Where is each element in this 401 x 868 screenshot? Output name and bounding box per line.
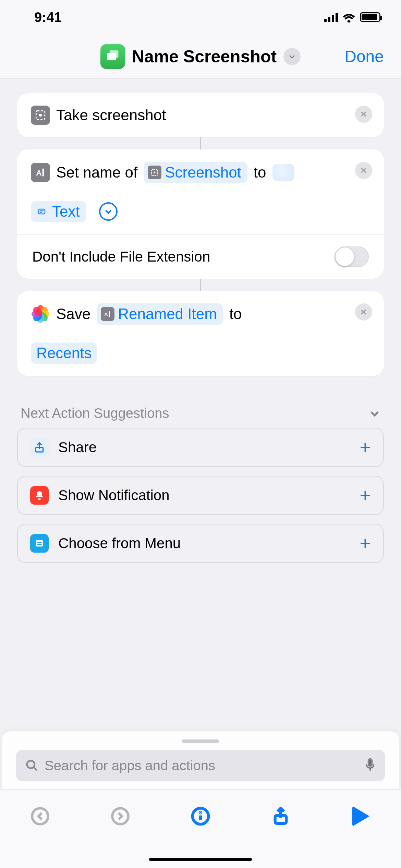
bell-icon [30,486,49,505]
variable-text[interactable]: Text [31,201,86,222]
action-search-panel[interactable]: Search for apps and actions [2,731,399,789]
svg-rect-10 [39,209,45,214]
status-bar: 9:41 [0,0,401,34]
done-button[interactable]: Done [344,47,384,66]
connector [200,137,201,149]
variable-screenshot[interactable]: Screenshot [144,162,247,183]
share-button[interactable] [267,803,294,830]
search-icon [25,759,38,772]
run-button[interactable] [347,803,375,830]
action-text-to: to [229,305,242,323]
svg-rect-16 [109,311,110,317]
redo-button[interactable] [107,803,134,830]
menu-icon [30,534,49,553]
action-text-prefix: Save [56,305,90,323]
expand-action-button[interactable] [99,202,118,221]
svg-rect-25 [368,759,372,766]
screenshot-token-icon [148,166,161,179]
shortcut-title[interactable]: Name Screenshot [132,47,277,67]
action-take-screenshot[interactable]: Take screenshot [17,93,384,137]
remove-action-button[interactable] [355,162,372,179]
svg-rect-7 [42,169,44,177]
search-field[interactable]: Search for apps and actions [16,750,385,781]
drag-handle[interactable] [182,739,219,743]
variable-label: Screenshot [165,164,241,181]
text-token-icon [35,205,49,218]
remove-action-button[interactable] [355,106,372,123]
option-label: Don't Include File Extension [32,249,210,265]
dictation-button[interactable] [365,758,376,773]
cellular-icon [324,12,338,22]
shortcut-app-icon [100,44,125,69]
play-icon [352,806,369,827]
status-icons [324,12,380,22]
screenshot-icon [31,106,50,125]
home-indicator [149,858,252,861]
header: Name Screenshot Done [0,34,401,79]
suggestion-label: Share [58,439,97,456]
name-value-field[interactable] [272,164,294,181]
svg-point-23 [27,761,35,768]
svg-point-9 [154,172,156,173]
rename-token-icon: A [101,307,114,321]
svg-rect-22 [37,544,41,545]
add-suggestion-button[interactable]: + [360,438,371,457]
album-destination[interactable]: Recents [31,342,97,364]
suggestions-header[interactable]: Next Action Suggestions [17,388,384,428]
svg-point-3 [39,114,42,117]
suggestion-choose-from-menu[interactable]: Choose from Menu + [17,524,384,563]
svg-line-24 [34,767,37,771]
album-label: Recents [36,345,92,362]
svg-rect-20 [36,540,43,547]
variable-label: Renamed Item [118,305,217,323]
action-text-to: to [254,164,266,181]
status-time: 9:41 [34,10,62,25]
svg-text:A: A [36,168,41,177]
suggestions-title: Next Action Suggestions [21,406,169,421]
remove-action-button[interactable] [355,303,372,321]
share-icon [30,438,49,457]
search-placeholder: Search for apps and actions [45,758,359,773]
action-text-prefix: Set name of [56,164,137,181]
action-save-photo[interactable]: Save A Renamed Item to Recents [17,291,384,376]
connector [200,279,201,291]
suggestion-label: Show Notification [58,487,170,504]
suggestion-label: Choose from Menu [58,535,181,552]
add-suggestion-button[interactable]: + [360,486,371,505]
svg-point-31 [200,812,201,813]
bottom-toolbar [0,789,401,868]
variable-label: Text [52,203,80,220]
title-menu-button[interactable] [283,48,301,65]
svg-rect-1 [110,50,119,58]
photos-icon [31,304,50,324]
undo-button[interactable] [26,803,54,830]
variable-renamed-item[interactable]: A Renamed Item [97,303,223,325]
suggestion-show-notification[interactable]: Show Notification + [17,476,384,515]
action-set-name[interactable]: A Set name of Screenshot to Text [17,149,384,279]
add-suggestion-button[interactable]: + [360,534,371,553]
action-label: Take screenshot [56,107,166,124]
rename-icon: A [31,163,50,182]
file-extension-toggle[interactable] [335,246,369,267]
svg-rect-32 [275,816,287,823]
wifi-icon [343,12,355,22]
chevron-down-icon [369,408,380,419]
option-row-file-extension: Don't Include File Extension [17,234,384,279]
info-button[interactable] [187,803,214,830]
svg-text:A: A [104,311,108,317]
svg-rect-21 [37,542,41,543]
suggestion-share[interactable]: Share + [17,428,384,467]
battery-icon [360,12,380,22]
